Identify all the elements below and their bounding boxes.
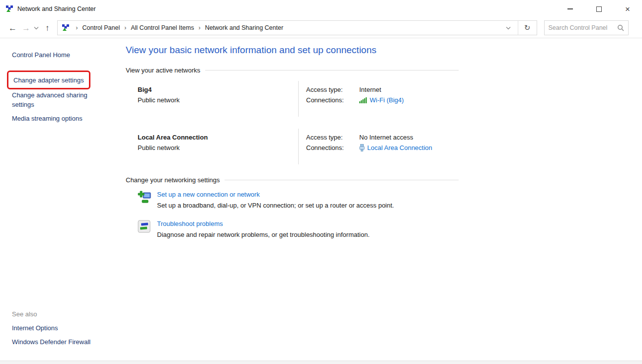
setting-description: Diagnose and repair network problems, or… xyxy=(157,231,370,238)
address-dropdown-button[interactable] xyxy=(499,26,518,30)
breadcrumb-item-all-items[interactable]: All Control Panel Items xyxy=(130,24,195,31)
troubleshoot-icon xyxy=(138,220,152,234)
window-title: Network and Sharing Center xyxy=(17,5,96,12)
network-row-big4: Big4 Public network Access type: Interne… xyxy=(126,81,459,117)
connections-label: Connections: xyxy=(306,144,359,151)
setting-item-new-connection: Set up a new connection or network Set u… xyxy=(138,191,642,209)
breadcrumb-item-network-sharing[interactable]: Network and Sharing Center xyxy=(204,24,284,31)
network-row-local-area: Local Area Connection Public network Acc… xyxy=(126,129,459,164)
maximize-icon xyxy=(596,6,602,12)
search-box[interactable] xyxy=(544,20,629,35)
network-identity: Local Area Connection Public network xyxy=(126,129,299,164)
setting-description: Set up a broadband, dial-up, or VPN conn… xyxy=(157,202,394,209)
window-body: Control Panel Home Change adapter settin… xyxy=(0,38,642,360)
main-content: View your basic network information and … xyxy=(119,38,642,360)
chevron-down-icon xyxy=(506,26,511,30)
networking-settings-section-header: Change your networking settings xyxy=(126,176,459,184)
breadcrumb-separator: › xyxy=(195,24,204,31)
sidebar: Control Panel Home Change adapter settin… xyxy=(0,38,119,360)
section-divider xyxy=(205,70,459,71)
ethernet-icon xyxy=(359,144,365,151)
title-bar: Network and Sharing Center × xyxy=(0,0,642,18)
minimize-icon xyxy=(567,8,573,9)
close-icon: × xyxy=(625,5,630,13)
breadcrumb: › Control Panel › All Control Panel Item… xyxy=(58,24,499,32)
forward-button[interactable]: → xyxy=(19,23,33,33)
close-button[interactable]: × xyxy=(613,0,642,18)
sidebar-item-media-streaming-options[interactable]: Media streaming options xyxy=(12,115,82,122)
network-details: Access type: Internet Connections: Wi-Fi… xyxy=(299,81,404,117)
breadcrumb-separator: › xyxy=(73,24,81,31)
back-button[interactable]: ← xyxy=(6,23,19,33)
network-name: Big4 xyxy=(138,86,298,93)
network-name: Local Area Connection xyxy=(138,134,298,141)
sidebar-item-change-adapter-settings[interactable]: Change adapter settings xyxy=(13,76,84,84)
network-sharing-center-icon xyxy=(62,24,70,32)
wifi-signal-icon xyxy=(359,97,367,103)
access-type-value: Internet xyxy=(359,86,404,93)
network-type: Public network xyxy=(138,96,298,104)
new-connection-icon xyxy=(138,191,152,205)
maximize-button[interactable] xyxy=(584,0,613,18)
setup-new-connection-link[interactable]: Set up a new connection or network xyxy=(157,191,260,198)
recent-pages-dropdown[interactable] xyxy=(33,25,40,31)
navigation-toolbar: ← → ↑ › Control Panel › All Control Pane… xyxy=(0,18,642,38)
window-controls: × xyxy=(556,0,642,18)
section-divider xyxy=(225,180,459,180)
network-details: Access type: No Internet access Connecti… xyxy=(299,129,432,164)
highlight-annotation: Change adapter settings xyxy=(7,71,90,90)
wifi-connection-link[interactable]: Wi-Fi (Big4) xyxy=(370,96,404,104)
up-button[interactable]: ↑ xyxy=(43,23,52,33)
section-label: Change your networking settings xyxy=(126,176,220,184)
window-bottom-edge xyxy=(0,361,642,364)
breadcrumb-separator: › xyxy=(121,24,130,31)
network-type: Public network xyxy=(138,144,298,151)
minimize-button[interactable] xyxy=(556,0,584,18)
connections-label: Connections: xyxy=(306,96,359,104)
setting-item-troubleshoot: Troubleshoot problems Diagnose and repai… xyxy=(138,220,642,238)
access-type-label: Access type: xyxy=(306,134,359,141)
sidebar-item-internet-options[interactable]: Internet Options xyxy=(12,324,90,333)
lan-connection-link[interactable]: Local Area Connection xyxy=(367,144,432,151)
sidebar-item-change-advanced-sharing[interactable]: Change advanced sharing settings xyxy=(12,91,87,108)
address-bar[interactable]: › Control Panel › All Control Panel Item… xyxy=(57,20,537,35)
search-input[interactable] xyxy=(549,24,617,31)
page-title: View your basic network information and … xyxy=(126,45,642,56)
access-type-value: No Internet access xyxy=(359,134,432,141)
sidebar-item-control-panel-home[interactable]: Control Panel Home xyxy=(12,51,119,60)
section-label: View your active networks xyxy=(126,67,200,74)
see-also-section: See also Internet Options Windows Defend… xyxy=(12,310,90,352)
breadcrumb-item-control-panel[interactable]: Control Panel xyxy=(81,24,121,31)
active-networks-section-header: View your active networks xyxy=(126,67,459,74)
search-icon xyxy=(617,24,624,31)
see-also-heading: See also xyxy=(12,310,90,318)
refresh-button[interactable]: ↻ xyxy=(518,21,537,35)
sidebar-item-windows-defender-firewall[interactable]: Windows Defender Firewall xyxy=(12,338,90,347)
access-type-label: Access type: xyxy=(306,86,359,93)
network-identity: Big4 Public network xyxy=(126,81,299,117)
troubleshoot-problems-link[interactable]: Troubleshoot problems xyxy=(157,220,223,227)
network-sharing-center-icon xyxy=(5,5,13,13)
chevron-down-icon xyxy=(34,26,39,30)
